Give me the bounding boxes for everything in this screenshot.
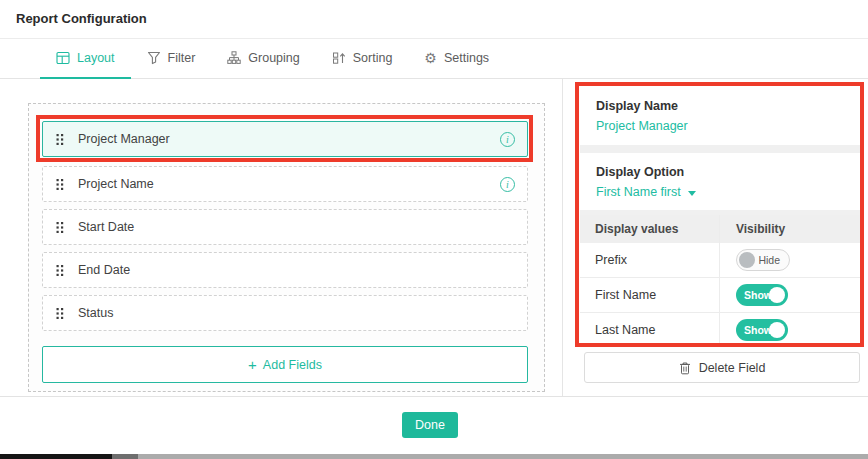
sorting-icon	[332, 51, 346, 65]
tab-label: Layout	[77, 51, 115, 65]
field-label: Status	[78, 306, 515, 320]
last-name-visibility-toggle[interactable]: Show	[736, 319, 788, 341]
prefix-visibility-toggle[interactable]: Hide	[736, 249, 790, 271]
plus-icon: +	[248, 357, 257, 372]
display-option-label: Display Option	[596, 165, 844, 179]
scrollbar-thumb[interactable]	[0, 454, 112, 459]
tab-bar: Layout Filter Grouping Sorting ⚙ Setting…	[0, 39, 868, 79]
tab-grouping[interactable]: Grouping	[211, 39, 315, 79]
field-row-project-manager[interactable]: Project Manager i	[42, 121, 528, 157]
field-label: End Date	[78, 263, 515, 277]
scrollbar-thumb-fade	[112, 454, 138, 459]
row-label: First Name	[580, 288, 719, 302]
dialog-title: Report Configuration	[16, 0, 147, 38]
tab-label: Filter	[168, 51, 196, 65]
info-icon[interactable]: i	[500, 132, 515, 147]
tab-filter[interactable]: Filter	[131, 39, 212, 79]
row-label: Last Name	[580, 323, 719, 337]
visibility-table: Display values Visibility Prefix Hide Fi…	[580, 215, 860, 347]
table-header-row: Display values Visibility	[580, 215, 860, 243]
drag-handle-icon[interactable]	[56, 307, 65, 320]
tab-layout[interactable]: Layout	[40, 39, 131, 79]
drag-handle-icon[interactable]	[56, 178, 65, 191]
delete-field-label: Delete Field	[699, 361, 766, 375]
table-row-last-name: Last Name Show	[580, 313, 860, 347]
field-row-status[interactable]: Status	[42, 295, 528, 331]
field-label: Project Manager	[78, 132, 500, 146]
horizontal-scrollbar[interactable]	[0, 454, 868, 459]
delete-field-button[interactable]: Delete Field	[584, 352, 860, 383]
field-row-start-date[interactable]: Start Date	[42, 209, 528, 245]
table-column-divider	[719, 215, 720, 347]
tab-label: Grouping	[248, 51, 299, 65]
layout-icon	[56, 51, 70, 65]
field-row-end-date[interactable]: End Date	[42, 252, 528, 288]
toggle-knob	[769, 287, 785, 303]
trash-icon	[679, 361, 691, 375]
dialog-titlebar: Report Configuration	[0, 0, 868, 39]
first-name-visibility-toggle[interactable]: Show	[736, 284, 788, 306]
info-icon[interactable]: i	[500, 177, 515, 192]
toggle-knob	[739, 252, 755, 268]
column-header-display-values: Display values	[580, 222, 719, 236]
field-label: Project Name	[78, 177, 500, 191]
filter-icon	[147, 51, 161, 65]
tab-sorting[interactable]: Sorting	[316, 39, 409, 79]
chevron-down-icon	[688, 191, 696, 196]
display-option-dropdown[interactable]: First Name first	[596, 185, 844, 199]
card-gap	[580, 145, 860, 153]
tab-label: Settings	[444, 51, 489, 65]
display-name-card: Display Name Project Manager	[580, 82, 860, 145]
field-label: Start Date	[78, 220, 515, 234]
done-button[interactable]: Done	[402, 412, 458, 438]
table-row-first-name: First Name Show	[580, 278, 860, 313]
toggle-label: Show	[744, 289, 772, 301]
tab-settings[interactable]: ⚙ Settings	[408, 39, 505, 79]
gear-icon: ⚙	[424, 51, 437, 65]
dialog-footer: Done	[0, 397, 868, 453]
drag-handle-icon[interactable]	[56, 221, 65, 234]
drag-handle-icon[interactable]	[56, 133, 65, 146]
toggle-label: Hide	[758, 254, 780, 266]
grouping-icon	[227, 51, 241, 65]
drag-handle-icon[interactable]	[56, 264, 65, 277]
display-name-label: Display Name	[596, 99, 844, 113]
toggle-knob	[769, 322, 785, 338]
add-fields-button[interactable]: + Add Fields	[42, 346, 528, 383]
field-row-project-name[interactable]: Project Name i	[42, 166, 528, 202]
tab-label: Sorting	[353, 51, 393, 65]
add-fields-label: Add Fields	[263, 358, 322, 372]
panel-divider	[562, 79, 563, 396]
column-header-visibility: Visibility	[719, 222, 860, 236]
toggle-label: Show	[744, 324, 772, 336]
display-name-value: Project Manager	[596, 119, 844, 133]
row-label: Prefix	[580, 253, 719, 267]
display-option-value: First Name first	[596, 185, 681, 199]
display-option-card: Display Option First Name first	[580, 153, 860, 210]
table-row-prefix: Prefix Hide	[580, 243, 860, 278]
